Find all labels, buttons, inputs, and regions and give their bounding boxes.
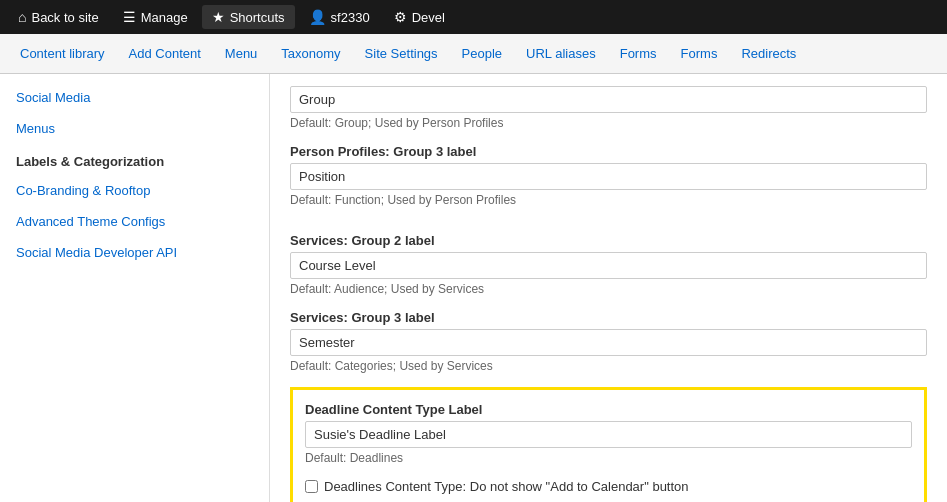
page-layout: Social Media Menus Labels & Categorizati… (0, 74, 947, 502)
nav-url-aliases[interactable]: URL aliases (514, 34, 608, 73)
user-icon: 👤 (309, 9, 326, 25)
field-group-person-profiles: Person Profiles: Group 3 label Default: … (290, 144, 927, 207)
group-input[interactable] (290, 86, 927, 113)
deadline-label: Deadline Content Type Label (305, 402, 912, 417)
services-group3-input[interactable] (290, 329, 927, 356)
deadline-checkbox-row: Deadlines Content Type: Do not show "Add… (305, 479, 912, 494)
person-profiles-label: Person Profiles: Group 3 label (290, 144, 927, 159)
services-group2-label: Services: Group 2 label (290, 233, 927, 248)
nav-forms2[interactable]: Forms (669, 34, 730, 73)
group-hint: Default: Group; Used by Person Profiles (290, 116, 927, 130)
sidebar-item-social-media[interactable]: Social Media (0, 82, 269, 113)
field-group-services-group3: Services: Group 3 label Default: Categor… (290, 310, 927, 373)
nav-add-content[interactable]: Add Content (117, 34, 213, 73)
deadline-input[interactable] (305, 421, 912, 448)
manage-button[interactable]: ☰ Manage (113, 5, 198, 29)
person-profiles-input[interactable] (290, 163, 927, 190)
devel-button[interactable]: ⚙ Devel (384, 5, 455, 29)
nav-redirects[interactable]: Redirects (729, 34, 808, 73)
nav-taxonomy[interactable]: Taxonomy (269, 34, 352, 73)
sidebar-item-co-branding[interactable]: Co-Branding & Rooftop (0, 175, 269, 206)
nav-people[interactable]: People (450, 34, 514, 73)
star-icon: ★ (212, 9, 225, 25)
deadline-highlight-box: Deadline Content Type Label Default: Dea… (290, 387, 927, 502)
nav-forms1[interactable]: Forms (608, 34, 669, 73)
sidebar-item-advanced-theme[interactable]: Advanced Theme Configs (0, 206, 269, 237)
back-to-site-button[interactable]: ⌂ Back to site (8, 5, 109, 29)
field-group-services-group2: Services: Group 2 label Default: Audienc… (290, 233, 927, 296)
services-group2-input[interactable] (290, 252, 927, 279)
deadline-checkbox-label[interactable]: Deadlines Content Type: Do not show "Add… (324, 479, 689, 494)
nav-content-library[interactable]: Content library (8, 34, 117, 73)
sidebar: Social Media Menus Labels & Categorizati… (0, 74, 270, 502)
sidebar-item-social-media-dev[interactable]: Social Media Developer API (0, 237, 269, 268)
secondary-nav: Content library Add Content Menu Taxonom… (0, 34, 947, 74)
gear-icon: ⚙ (394, 9, 407, 25)
deadline-hint: Default: Deadlines (305, 451, 912, 465)
person-profiles-hint: Default: Function; Used by Person Profil… (290, 193, 927, 207)
deadline-field-group: Deadline Content Type Label Default: Dea… (305, 402, 912, 465)
field-group-group: Default: Group; Used by Person Profiles (290, 86, 927, 130)
home-icon: ⌂ (18, 9, 26, 25)
sidebar-section-labels-cat: Labels & Categorization (0, 144, 269, 175)
nav-menu[interactable]: Menu (213, 34, 270, 73)
main-content: Default: Group; Used by Person Profiles … (270, 74, 947, 502)
shortcuts-button[interactable]: ★ Shortcuts (202, 5, 295, 29)
services-group3-label: Services: Group 3 label (290, 310, 927, 325)
menu-icon: ☰ (123, 9, 136, 25)
deadline-checkbox[interactable] (305, 480, 318, 493)
nav-site-settings[interactable]: Site Settings (353, 34, 450, 73)
services-group2-hint: Default: Audience; Used by Services (290, 282, 927, 296)
sidebar-item-menus[interactable]: Menus (0, 113, 269, 144)
services-group3-hint: Default: Categories; Used by Services (290, 359, 927, 373)
user-button[interactable]: 👤 sf2330 (299, 5, 380, 29)
top-bar: ⌂ Back to site ☰ Manage ★ Shortcuts 👤 sf… (0, 0, 947, 34)
